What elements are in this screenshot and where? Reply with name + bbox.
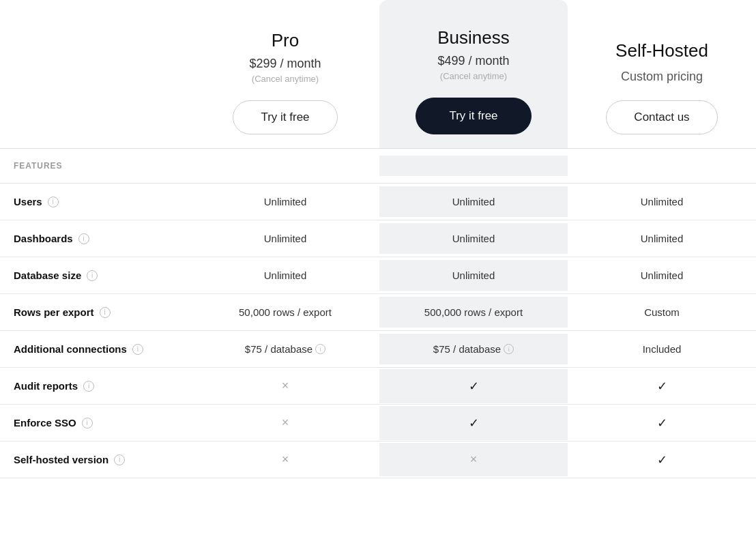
audit-business-value: ✓	[379, 369, 568, 403]
rows-pro-value: 50,000 rows / export	[191, 297, 379, 328]
plan-col-self-hosted: Self-Hosted Custom pricing Contact us	[568, 13, 756, 148]
feature-row-rows-per-export: Rows per export i 50,000 rows / export 5…	[0, 294, 756, 331]
audit-reports-info-icon[interactable]: i	[83, 381, 94, 392]
dashboards-info-icon[interactable]: i	[78, 233, 89, 244]
feature-row-enforce-sso: Enforce SSO i × ✓ ✓	[0, 405, 756, 442]
features-label: FEATURES	[0, 156, 191, 176]
audit-selfhosted-value: ✓	[568, 369, 756, 403]
feature-name-dashboards: Dashboards	[14, 233, 73, 244]
dbsize-selfhosted-value: Unlimited	[568, 260, 756, 291]
feature-name-cell-enforce-sso: Enforce SSO i	[0, 407, 191, 438]
selfhostedv-business-value: ×	[379, 443, 568, 476]
feature-name-self-hosted-version: Self-hosted version	[14, 454, 108, 465]
selfhostedv-business-cross: ×	[470, 452, 478, 467]
feature-row-dashboards: Dashboards i Unlimited Unlimited Unlimit…	[0, 220, 756, 257]
feature-row-audit-reports: Audit reports i × ✓ ✓	[0, 368, 756, 405]
plan-name-business: Business	[437, 27, 510, 48]
feature-name-audit-reports: Audit reports	[14, 380, 78, 392]
feature-name-enforce-sso: Enforce SSO	[14, 417, 76, 429]
feature-name-cell-dashboards: Dashboards i	[0, 223, 191, 254]
addconn-pro-info-icon[interactable]: i	[315, 344, 325, 354]
selfhostedv-pro-cross: ×	[282, 452, 289, 467]
users-business-value: Unlimited	[379, 186, 568, 217]
self-hosted-version-info-icon[interactable]: i	[114, 454, 125, 465]
sso-pro-value: ×	[191, 406, 379, 439]
enforce-sso-info-icon[interactable]: i	[82, 418, 93, 429]
users-selfhosted-value: Unlimited	[568, 186, 756, 217]
feature-name-cell-additional-connections: Additional connections i	[0, 334, 191, 364]
addconn-selfhosted-value: Included	[568, 334, 756, 364]
pricing-table: Pro $299 / month (Cancel anytime) Try it…	[0, 0, 756, 550]
features-section: FEATURES Users i Unlimited Unlimited Unl…	[0, 148, 756, 478]
addconn-pro-value: $75 / database i	[191, 334, 379, 364]
feature-name-cell-self-hosted-version: Self-hosted version i	[0, 444, 191, 475]
dashboards-business-value: Unlimited	[379, 223, 568, 254]
plan-name-pro: Pro	[272, 30, 299, 51]
database-size-info-icon[interactable]: i	[87, 270, 98, 281]
selfhostedv-pro-value: ×	[191, 443, 379, 476]
features-label-row: FEATURES	[0, 148, 756, 184]
feature-name-cell-database-size: Database size i	[0, 260, 191, 291]
dashboards-selfhosted-value: Unlimited	[568, 223, 756, 254]
dbsize-business-value: Unlimited	[379, 260, 568, 291]
plan-price-business: $499 / month	[437, 54, 509, 68]
feature-row-self-hosted-version: Self-hosted version i × × ✓	[0, 442, 756, 478]
rows-business-value: 500,000 rows / export	[379, 297, 568, 328]
plan-name-self-hosted: Self-Hosted	[615, 40, 708, 61]
users-pro-value: Unlimited	[191, 186, 379, 217]
plan-custom-pricing: Custom pricing	[621, 70, 703, 84]
feature-name-additional-connections: Additional connections	[14, 343, 127, 355]
feature-row-database-size: Database size i Unlimited Unlimited Unli…	[0, 257, 756, 294]
selfhostedv-selfhosted-value: ✓	[568, 443, 756, 477]
selfhostedv-selfhosted-check: ✓	[657, 452, 667, 467]
dbsize-pro-value: Unlimited	[191, 260, 379, 291]
feature-name-cell-users: Users i	[0, 186, 191, 217]
additional-connections-info-icon[interactable]: i	[132, 344, 143, 355]
addconn-business-value: $75 / database i	[379, 334, 568, 364]
sso-selfhosted-check: ✓	[657, 416, 667, 431]
self-hosted-cta-button[interactable]: Contact us	[606, 100, 717, 134]
dashboards-pro-value: Unlimited	[191, 223, 379, 254]
features-label-col-pro	[191, 156, 379, 176]
audit-selfhosted-check: ✓	[657, 379, 667, 394]
rows-per-export-info-icon[interactable]: i	[100, 307, 111, 318]
sso-business-value: ✓	[379, 406, 568, 440]
addconn-business-info-icon[interactable]: i	[504, 344, 514, 354]
feature-name-users: Users	[14, 196, 42, 207]
audit-business-check: ✓	[469, 379, 479, 394]
sso-selfhosted-value: ✓	[568, 406, 756, 440]
plan-price-pro: $299 / month	[249, 57, 321, 71]
audit-pro-cross: ×	[282, 379, 289, 393]
feature-row-users: Users i Unlimited Unlimited Unlimited	[0, 184, 756, 220]
sso-business-check: ✓	[469, 416, 479, 431]
feature-name-cell-rows-per-export: Rows per export i	[0, 297, 191, 328]
features-label-col-business	[379, 156, 568, 176]
plan-col-business: Business $499 / month (Cancel anytime) T…	[379, 0, 568, 148]
feature-name-cell-audit-reports: Audit reports i	[0, 371, 191, 401]
feature-name-database-size: Database size	[14, 270, 81, 281]
feature-name-rows-per-export: Rows per export	[14, 306, 94, 318]
plan-cancel-business: (Cancel anytime)	[440, 71, 507, 81]
sso-pro-cross: ×	[282, 416, 289, 430]
features-label-col-self-hosted	[568, 156, 756, 176]
pro-cta-button[interactable]: Try it free	[233, 100, 337, 134]
audit-pro-value: ×	[191, 369, 379, 403]
business-cta-button[interactable]: Try it free	[416, 98, 531, 134]
feature-row-additional-connections: Additional connections i $75 / database …	[0, 331, 756, 368]
rows-selfhosted-value: Custom	[568, 297, 756, 328]
users-info-icon[interactable]: i	[48, 197, 59, 207]
header-row: Pro $299 / month (Cancel anytime) Try it…	[0, 0, 756, 148]
plan-col-pro: Pro $299 / month (Cancel anytime) Try it…	[191, 3, 379, 148]
plan-cancel-pro: (Cancel anytime)	[252, 74, 319, 84]
